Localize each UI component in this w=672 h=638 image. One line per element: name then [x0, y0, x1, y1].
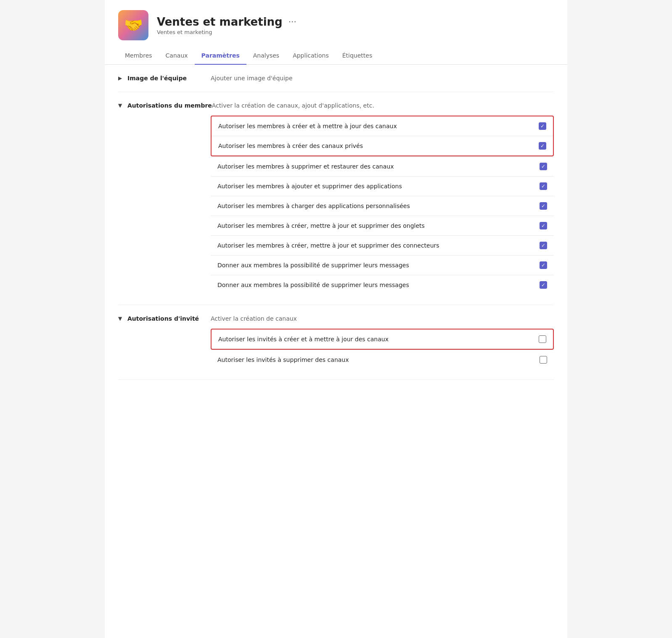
- permission-item: Autoriser les membres à créer et à mettr…: [212, 116, 553, 136]
- section-image: ▶ Image de l'équipe Ajouter une image d'…: [118, 65, 554, 92]
- highlighted-invite-permissions-box: Autoriser les invités à créer et à mettr…: [211, 329, 554, 350]
- permission-label: Donner aux membres la possibilité de sup…: [217, 282, 540, 288]
- permission-item: Autoriser les membres à supprimer et res…: [211, 156, 554, 176]
- toggle-arrow-membre: ▼: [118, 103, 125, 108]
- avatar-emoji: 🤝: [124, 16, 143, 34]
- permission-checkbox[interactable]: [540, 356, 547, 364]
- membre-permissions-list: Autoriser les membres à créer et à mettr…: [211, 116, 554, 295]
- permission-label: Autoriser les invités à créer et à mettr…: [218, 336, 539, 343]
- team-avatar: 🤝: [118, 10, 148, 40]
- permission-item: Autoriser les membres à ajouter et suppr…: [211, 176, 554, 196]
- invite-permissions-list: Autoriser les invités à créer et à mettr…: [211, 329, 554, 369]
- tab-parametres[interactable]: Paramètres: [195, 47, 246, 65]
- toggle-arrow-invite: ▼: [118, 316, 125, 322]
- highlighted-permissions-box: Autoriser les membres à créer et à mettr…: [211, 116, 554, 156]
- permission-checkbox[interactable]: [540, 163, 547, 170]
- permission-checkbox[interactable]: [540, 202, 547, 210]
- section-membre-header: ▼ Autorisations du membre Activer la cré…: [118, 102, 554, 109]
- permission-checkbox[interactable]: [540, 242, 547, 249]
- permission-label: Autoriser les membres à créer des canaux…: [218, 142, 539, 149]
- tab-etiquettes[interactable]: Étiquettes: [336, 47, 379, 65]
- section-invite: ▼ Autorisations d'invité Activer la créa…: [118, 305, 554, 380]
- permission-label: Autoriser les membres à ajouter et suppr…: [217, 183, 540, 190]
- section-invite-desc: Activer la création de canaux: [211, 315, 554, 322]
- permission-checkbox[interactable]: [539, 122, 546, 130]
- section-membre-desc: Activer la création de canaux, ajout d'a…: [212, 102, 554, 109]
- permission-label: Autoriser les membres à charger des appl…: [217, 203, 540, 209]
- tab-membres[interactable]: Membres: [118, 47, 159, 65]
- team-subtitle: Ventes et marketing: [157, 29, 554, 35]
- section-image-desc: Ajouter une image d'équipe: [211, 75, 554, 82]
- header-title-row: Ventes et marketing ···: [157, 16, 554, 28]
- permission-checkbox[interactable]: [540, 182, 547, 190]
- permission-item: Donner aux membres la possibilité de sup…: [211, 255, 554, 275]
- permission-item: Autoriser les membres à créer des canaux…: [212, 136, 553, 156]
- permission-item: Autoriser les membres à créer, mettre à …: [211, 216, 554, 235]
- header: 🤝 Ventes et marketing ··· Ventes et mark…: [105, 0, 567, 47]
- section-invite-header: ▼ Autorisations d'invité Activer la créa…: [118, 315, 554, 322]
- section-image-toggle[interactable]: ▶ Image de l'équipe: [118, 75, 211, 82]
- tab-canaux[interactable]: Canaux: [159, 47, 195, 65]
- permission-label: Autoriser les membres à supprimer et res…: [217, 163, 540, 170]
- settings-content: ▶ Image de l'équipe Ajouter une image d'…: [105, 65, 567, 380]
- section-membre: ▼ Autorisations du membre Activer la cré…: [118, 92, 554, 305]
- section-image-title: Image de l'équipe: [127, 75, 187, 82]
- permission-label: Donner aux membres la possibilité de sup…: [217, 262, 540, 269]
- page-container: 🤝 Ventes et marketing ··· Ventes et mark…: [105, 0, 567, 638]
- section-membre-toggle[interactable]: ▼ Autorisations du membre: [118, 102, 212, 109]
- permission-item: Autoriser les membres à charger des appl…: [211, 196, 554, 216]
- header-info: Ventes et marketing ··· Ventes et market…: [157, 16, 554, 35]
- nav-tabs: Membres Canaux Paramètres Analyses Appli…: [105, 47, 567, 65]
- permission-label: Autoriser les membres à créer, mettre à …: [217, 222, 540, 229]
- more-options-button[interactable]: ···: [286, 16, 299, 28]
- permission-checkbox[interactable]: [540, 281, 547, 289]
- section-image-header: ▶ Image de l'équipe Ajouter une image d'…: [118, 75, 554, 82]
- permission-item: Donner aux membres la possibilité de sup…: [211, 275, 554, 295]
- tab-applications[interactable]: Applications: [286, 47, 336, 65]
- section-invite-title: Autorisations d'invité: [127, 315, 199, 322]
- team-title: Ventes et marketing: [157, 16, 283, 28]
- permission-item: Autoriser les invités à créer et à mettr…: [212, 330, 553, 349]
- permission-checkbox[interactable]: [539, 142, 546, 150]
- permission-label: Autoriser les membres à créer et à mettr…: [218, 123, 539, 129]
- permission-item: Autoriser les membres à créer, mettre à …: [211, 235, 554, 255]
- permission-checkbox[interactable]: [539, 335, 546, 343]
- permission-checkbox[interactable]: [540, 261, 547, 269]
- tab-analyses[interactable]: Analyses: [246, 47, 286, 65]
- section-membre-title: Autorisations du membre: [127, 102, 212, 109]
- toggle-arrow-image: ▶: [118, 75, 125, 81]
- permission-item: Autoriser les invités à supprimer des ca…: [211, 350, 554, 369]
- section-invite-toggle[interactable]: ▼ Autorisations d'invité: [118, 315, 211, 322]
- permission-label: Autoriser les membres à créer, mettre à …: [217, 242, 540, 249]
- permission-label: Autoriser les invités à supprimer des ca…: [217, 356, 540, 363]
- permission-checkbox[interactable]: [540, 222, 547, 229]
